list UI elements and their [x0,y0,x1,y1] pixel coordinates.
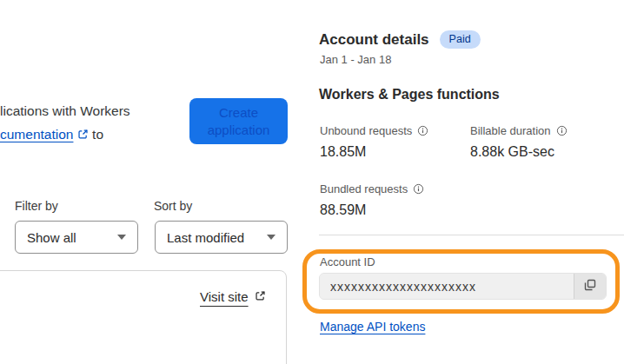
sort-select[interactable]: Last modified [155,221,288,254]
create-application-button[interactable]: Create application [189,98,288,144]
visit-site-label: Visit site [200,289,249,304]
account-id-input[interactable] [320,274,574,299]
info-icon[interactable] [417,125,428,136]
filter-select-value: Show all [27,230,76,245]
workers-pages-dashboard: lications with Workers cumentation to Cr… [0,0,624,364]
account-id-field-group [319,273,607,300]
external-link-icon [255,289,266,304]
visit-site-link[interactable]: Visit site [200,289,266,304]
section-divider [319,235,624,235]
stat-label-text: Bundled requests [320,182,408,195]
billable-duration-value: 8.88k GB-sec [470,144,554,160]
intro-line2: cumentation to [0,122,130,147]
sort-select-value: Last modified [167,230,244,245]
intro-text: lications with Workers cumentation to [0,99,130,147]
chevron-down-icon [267,235,275,240]
filter-select[interactable]: Show all [15,221,138,254]
documentation-link[interactable]: cumentation [0,127,73,142]
stat-label-text: Billable duration [470,124,551,137]
sort-by-label: Sort by [154,199,192,213]
unbound-requests-value: 18.85M [320,144,366,160]
chevron-down-icon [117,235,126,240]
manage-api-tokens-link[interactable]: Manage API tokens [320,320,425,334]
unbound-requests-label: Unbound requests [320,124,428,137]
info-icon[interactable] [556,125,568,136]
external-link-icon [77,123,89,147]
workers-pages-functions-title: Workers & Pages functions [319,87,500,103]
account-details-title: Account details [319,31,429,49]
bundled-requests-value: 88.59M [320,202,366,218]
account-details-header: Account details Paid [319,30,481,49]
bundled-requests-label: Bundled requests [320,182,424,195]
paid-badge: Paid [440,30,481,49]
account-id-label: Account ID [320,255,375,268]
billable-duration-label: Billable duration [470,124,568,137]
project-card [0,270,287,364]
date-range: Jan 1 - Jan 18 [320,53,391,66]
intro-line1: lications with Workers [0,99,130,122]
stat-label-text: Unbound requests [320,124,412,137]
copy-account-id-button[interactable] [574,274,606,299]
info-icon[interactable] [413,183,424,195]
filter-by-label: Filter by [15,199,58,213]
copy-icon [583,278,597,295]
intro-line2-suffix: to [92,127,103,142]
